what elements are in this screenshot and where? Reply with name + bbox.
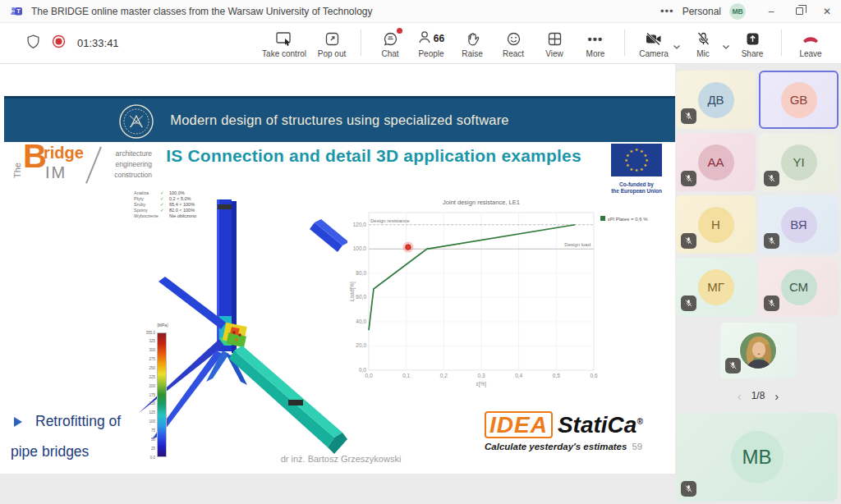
participant-video-tile[interactable]	[720, 323, 797, 378]
shield-icon[interactable]	[26, 34, 40, 53]
eu-flag-icon: ★★★★★★★★★★★★	[611, 144, 662, 176]
participant-tile[interactable]: ВЯ	[759, 195, 839, 254]
bullet-triangle-icon	[14, 417, 22, 427]
logo-ridge: ridge	[44, 144, 84, 163]
presentation-slide: Modern design of structures using specia…	[4, 70, 675, 474]
svg-text:20,0: 20,0	[356, 342, 366, 348]
agenda-bullet: Retrofitting of pipe bridges	[11, 413, 167, 460]
people-count: 66	[434, 33, 444, 44]
titlebar-overflow-menu[interactable]: •••	[652, 5, 682, 17]
teams-app-icon: T	[10, 5, 23, 18]
pop-out-button[interactable]: Pop out	[313, 26, 351, 60]
colorbar-tick: 355,0	[136, 331, 155, 335]
pop-out-icon	[324, 30, 340, 48]
people-button[interactable]: 66 People	[412, 26, 450, 60]
participant-tile[interactable]: H	[676, 195, 756, 254]
page-next-chevron[interactable]: ›	[774, 389, 779, 403]
mic-off-indicator	[681, 171, 696, 186]
course-header-title: Modern design of structures using specia…	[170, 112, 509, 130]
window-title: The BRIDGE online master classes from th…	[31, 6, 373, 17]
svg-text:40,0: 40,0	[356, 318, 366, 324]
participant-tile[interactable]: GB	[759, 71, 839, 129]
minimize-button[interactable]: –	[757, 0, 785, 22]
svg-text:★: ★	[626, 163, 630, 167]
camera-options-chevron[interactable]	[673, 33, 681, 60]
svg-text:0,1: 0,1	[402, 373, 410, 378]
svg-text:★: ★	[630, 149, 634, 153]
view-button[interactable]: View	[535, 26, 573, 60]
participant-tile[interactable]: ДВ	[676, 71, 756, 129]
raise-hand-button[interactable]: Raise	[453, 26, 491, 60]
take-control-icon	[275, 30, 293, 48]
logo-the: The	[12, 163, 22, 178]
toolbar-divider	[361, 30, 361, 56]
colorbar-tick: 150	[136, 401, 155, 405]
participant-tile[interactable]: YI	[759, 133, 839, 191]
restore-button[interactable]	[785, 0, 813, 22]
svg-text:0,4: 0,4	[515, 373, 522, 378]
svg-text:★: ★	[630, 167, 634, 172]
eu-cofunding-badge: ★★★★★★★★★★★★ Co-funded by the European U…	[608, 144, 665, 195]
svg-text:★: ★	[644, 163, 648, 167]
camera-off-icon	[645, 30, 663, 48]
teams-meeting-window: T The BRIDGE online master classes from …	[0, 0, 841, 504]
page-indicator: 1/8	[751, 390, 765, 401]
svg-text:Joint design resistance, LE1: Joint design resistance, LE1	[443, 199, 520, 206]
more-button[interactable]: ••• More	[577, 26, 614, 60]
svg-text:Design resistance: Design resistance	[370, 218, 410, 223]
svg-text:Design load: Design load	[564, 242, 591, 247]
colorbar-tick: 325	[136, 339, 155, 343]
share-button[interactable]: Share	[733, 26, 771, 60]
leave-button[interactable]: Leave	[792, 26, 830, 60]
take-control-button[interactable]: Take control	[259, 26, 310, 60]
mic-off-indicator	[764, 296, 779, 311]
svg-text:0,3: 0,3	[477, 373, 485, 378]
statica-wordmark: StatiCa®	[558, 412, 643, 438]
page-prev-chevron[interactable]: ‹	[738, 389, 742, 403]
svg-text:100,0: 100,0	[353, 245, 367, 251]
svg-text:Load[%]: Load[%]	[349, 282, 356, 301]
chat-notification-dot	[397, 28, 402, 34]
colorbar-unit: [MPa]	[154, 323, 172, 328]
view-icon	[547, 30, 563, 48]
svg-text:80,0: 80,0	[356, 270, 366, 276]
svg-text:★: ★	[624, 158, 628, 163]
colorbar-tick: 275	[136, 357, 155, 361]
slide-title: IS Connection and detail 3D application …	[144, 146, 604, 166]
participants-grid: ДВGBAAYIHВЯМГСМ	[676, 71, 841, 316]
raise-hand-icon	[466, 30, 480, 48]
camera-button[interactable]: Camera	[635, 26, 673, 60]
participant-initials: СМ	[781, 269, 817, 305]
participant-initials: YI	[781, 144, 817, 181]
svg-text:★: ★	[644, 153, 648, 158]
svg-text:120,0: 120,0	[353, 222, 367, 227]
university-seal-icon	[117, 103, 155, 144]
more-icon: •••	[588, 30, 604, 48]
participant-initials: ВЯ	[781, 207, 817, 243]
participant-initials: AA	[698, 144, 734, 181]
chart-svg: 0,00,10,20,30,40,50,60,020,040,060,080,0…	[347, 195, 661, 392]
bridge-bim-logo: The B ridge IM architecture engineering …	[12, 145, 148, 191]
profile-label[interactable]: Personal	[682, 6, 721, 17]
mic-button[interactable]: Mic	[684, 26, 722, 60]
participant-tile[interactable]: МГ	[676, 258, 756, 316]
mic-off-indicator	[725, 358, 741, 373]
svg-text:0,0: 0,0	[365, 373, 372, 378]
participant-initials: H	[698, 207, 734, 243]
profile-avatar[interactable]: MB	[729, 3, 746, 20]
react-button[interactable]: React	[494, 26, 532, 60]
participant-initials: GB	[781, 82, 817, 118]
leave-call-icon	[802, 30, 820, 48]
close-button[interactable]: ✕	[813, 0, 841, 22]
meeting-timer: 01:33:41	[77, 37, 119, 49]
chat-icon	[383, 30, 398, 48]
recording-indicator-icon	[52, 34, 66, 52]
svg-text:εPl Plates = 0,6 %: εPl Plates = 0,6 %	[608, 217, 648, 222]
participant-tile[interactable]: AA	[676, 133, 756, 191]
mic-options-chevron[interactable]	[722, 33, 730, 60]
chat-button[interactable]: Chat	[371, 26, 409, 60]
bullet-text-line2: pipe bridges	[11, 443, 167, 460]
participant-tile[interactable]: СМ	[759, 258, 839, 316]
colorbar-tick: 300	[136, 348, 155, 352]
participant-tile-self[interactable]: MB	[676, 413, 838, 502]
